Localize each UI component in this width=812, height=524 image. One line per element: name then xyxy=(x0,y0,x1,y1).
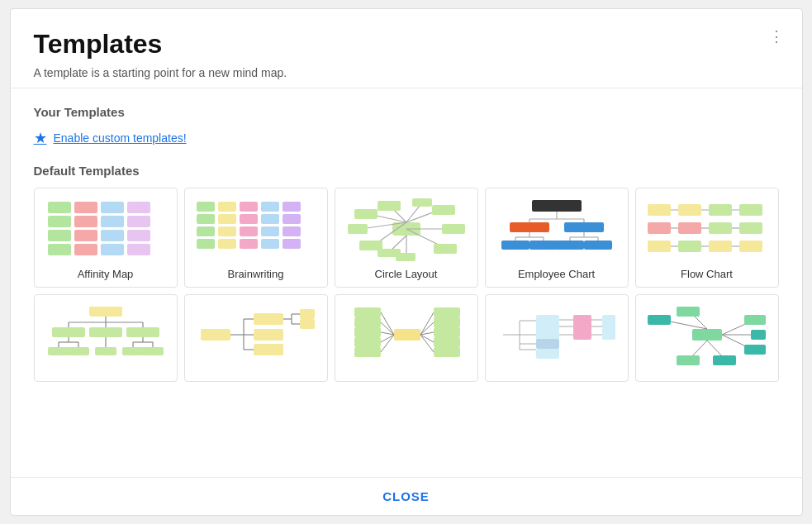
template-card-brainwriting[interactable]: Brainwriting xyxy=(184,188,328,288)
svg-rect-0 xyxy=(48,202,71,213)
template-card-tree-1[interactable] xyxy=(34,294,178,382)
svg-rect-48 xyxy=(354,209,378,219)
circle-layout-label: Circle Layout xyxy=(375,268,438,280)
employee-chart-preview xyxy=(492,195,621,261)
svg-line-190 xyxy=(707,341,724,358)
svg-rect-198 xyxy=(744,315,766,325)
svg-rect-3 xyxy=(48,244,71,255)
svg-rect-100 xyxy=(89,307,122,317)
svg-rect-95 xyxy=(678,241,701,252)
svg-rect-2 xyxy=(48,230,71,241)
template-card-tree-2[interactable] xyxy=(184,294,328,382)
affinity-map-label: Affinity Map xyxy=(78,268,134,280)
svg-rect-179 xyxy=(573,330,591,340)
svg-rect-32 xyxy=(283,202,301,212)
svg-rect-132 xyxy=(254,329,283,341)
employee-chart-label: Employee Chart xyxy=(518,268,595,280)
svg-line-188 xyxy=(666,321,707,329)
svg-line-151 xyxy=(420,335,434,352)
template-card-employee-chart[interactable]: Employee Chart xyxy=(485,188,629,288)
svg-rect-125 xyxy=(95,347,116,355)
svg-rect-160 xyxy=(434,337,460,347)
brainwriting-preview xyxy=(192,195,321,261)
svg-rect-34 xyxy=(283,226,301,236)
svg-rect-109 xyxy=(126,327,159,337)
enable-link-label: Enable custom templates! xyxy=(54,131,187,145)
svg-rect-79 xyxy=(648,204,671,216)
svg-rect-86 xyxy=(648,222,671,234)
svg-rect-196 xyxy=(677,355,700,365)
svg-rect-115 xyxy=(48,347,69,355)
more-options-icon[interactable]: ⋮ xyxy=(769,27,786,45)
default-templates-heading: Default Templates xyxy=(34,164,779,178)
svg-rect-52 xyxy=(396,253,415,261)
svg-rect-57 xyxy=(532,200,582,212)
svg-rect-18 xyxy=(197,226,215,236)
brainwriting-label: Brainwriting xyxy=(228,268,284,280)
svg-rect-13 xyxy=(127,216,150,227)
dialog-body: Your Templates ★ Enable custom templates… xyxy=(11,88,802,477)
svg-rect-158 xyxy=(434,317,460,327)
template-card-list-layout[interactable] xyxy=(335,294,478,382)
svg-rect-99 xyxy=(739,241,762,252)
svg-rect-154 xyxy=(354,327,381,337)
svg-rect-153 xyxy=(354,317,381,327)
svg-line-146 xyxy=(381,335,394,352)
svg-rect-20 xyxy=(218,202,236,212)
svg-rect-8 xyxy=(101,202,124,213)
template-card-affinity-map[interactable]: Affinity Map xyxy=(34,188,178,288)
svg-rect-139 xyxy=(300,309,315,319)
enable-custom-templates-link[interactable]: ★ Enable custom templates! xyxy=(34,129,779,147)
svg-rect-159 xyxy=(434,327,460,337)
svg-rect-63 xyxy=(510,222,549,232)
svg-rect-23 xyxy=(218,239,236,249)
svg-rect-199 xyxy=(751,330,766,340)
svg-rect-200 xyxy=(744,345,766,355)
svg-rect-28 xyxy=(261,202,279,212)
svg-rect-155 xyxy=(354,337,381,347)
svg-rect-53 xyxy=(434,244,457,254)
svg-rect-93 xyxy=(648,241,671,252)
svg-rect-7 xyxy=(74,244,97,255)
svg-rect-70 xyxy=(501,241,529,250)
close-button[interactable]: CLOSE xyxy=(382,489,430,503)
star-icon: ★ xyxy=(34,129,47,147)
template-card-circle-layout[interactable]: Circle Layout xyxy=(335,188,478,288)
svg-rect-134 xyxy=(254,344,283,355)
flow-chart-label: Flow Chart xyxy=(681,268,733,280)
templates-dialog: Templates A template is a starting point… xyxy=(10,8,803,516)
svg-rect-185 xyxy=(602,330,615,340)
svg-rect-116 xyxy=(68,347,89,355)
svg-rect-19 xyxy=(197,239,215,249)
svg-rect-122 xyxy=(122,347,144,355)
template-card-radial-2[interactable] xyxy=(635,294,779,382)
svg-rect-81 xyxy=(678,204,701,216)
svg-rect-141 xyxy=(394,329,420,341)
radial-2-preview xyxy=(643,302,772,368)
svg-rect-157 xyxy=(434,307,460,317)
dialog-subtitle: A template is a starting point for a new… xyxy=(34,66,779,79)
svg-rect-21 xyxy=(218,214,236,224)
svg-rect-9 xyxy=(101,216,124,227)
svg-rect-92 xyxy=(739,222,762,234)
svg-rect-97 xyxy=(709,241,732,252)
template-card-horizontal-tree[interactable] xyxy=(485,294,629,382)
templates-grid: Affinity Map xyxy=(34,188,779,382)
tree-1-preview xyxy=(41,302,170,368)
svg-rect-55 xyxy=(432,205,455,215)
svg-rect-5 xyxy=(74,216,97,227)
svg-rect-33 xyxy=(283,214,301,224)
svg-rect-161 xyxy=(434,347,460,357)
svg-rect-197 xyxy=(713,355,736,365)
svg-rect-35 xyxy=(283,239,301,249)
svg-rect-77 xyxy=(556,241,584,250)
template-card-flow-chart[interactable]: Flow Chart xyxy=(635,188,779,288)
svg-line-145 xyxy=(381,335,394,342)
flow-chart-preview xyxy=(643,195,772,261)
dialog-title: Templates xyxy=(34,29,779,60)
svg-line-189 xyxy=(691,341,707,358)
svg-rect-49 xyxy=(348,224,368,234)
svg-rect-152 xyxy=(354,307,381,317)
svg-rect-156 xyxy=(354,347,381,357)
svg-rect-1 xyxy=(48,216,71,227)
